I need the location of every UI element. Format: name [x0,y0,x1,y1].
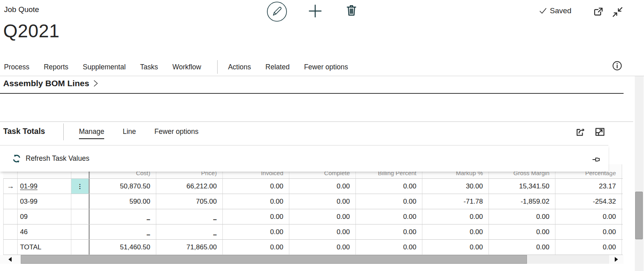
value-cell[interactable]: 0.00 [223,240,289,255]
refresh-icon [12,154,21,163]
new-button[interactable] [308,4,323,18]
value-cell[interactable]: 590.00 [90,194,156,209]
table-row[interactable]: 09––0.000.000.000.000.000.00 [3,209,623,224]
refresh-label: Refresh Task Values [26,154,89,163]
right-arrow-icon [615,257,618,262]
row-indicator [3,194,18,209]
row-menu-cell[interactable] [71,224,90,239]
value-cell[interactable]: 0.00 [356,179,422,194]
vertical-scrollbar-thumb[interactable] [635,192,643,239]
table-row[interactable]: TOTAL51,460.5071,865.000.000.000.000.000… [3,240,623,255]
value-cell[interactable]: 30.00 [422,179,489,194]
save-status: Saved [539,6,571,15]
task-number-cell[interactable]: 09 [18,209,71,224]
plus-icon [308,4,323,18]
value-cell[interactable]: 0.00 [289,224,356,239]
value-cell[interactable]: 0.00 [356,240,422,255]
value-cell[interactable]: 0.00 [422,224,489,239]
value-cell[interactable]: 51,460.50 [90,240,156,255]
tab-manage[interactable]: Manage [79,127,104,139]
table-row[interactable]: 46––0.000.000.000.000.000.00 [3,224,623,240]
menu-separator [217,60,218,74]
value-cell[interactable]: 50,870.50 [90,179,156,194]
value-cell[interactable]: 66,212.00 [156,179,223,194]
row-menu-cell[interactable] [71,240,90,255]
value-cell[interactable]: 0.00 [223,179,289,194]
value-cell[interactable]: 0.00 [223,194,289,209]
value-cell[interactable]: 0.00 [289,194,356,209]
delete-button[interactable] [344,3,359,18]
page-title: Q2021 [3,20,60,42]
check-icon [539,6,547,15]
value-cell[interactable]: 0.00 [555,209,622,224]
value-cell[interactable]: 0.00 [356,194,422,209]
value-cell[interactable]: – [156,209,223,224]
value-cell[interactable]: 0.00 [555,224,622,239]
menu-item-reports[interactable]: Reports [44,63,68,71]
menu-item-actions[interactable]: Actions [228,63,251,71]
value-cell[interactable]: 23.17 [555,179,622,194]
page-info-button[interactable] [612,60,623,71]
grid-toolbar: Refresh Task Values [0,145,608,172]
tab-fewer-options[interactable]: Fewer options [154,127,198,139]
value-cell[interactable]: 0.00 [422,240,489,255]
value-cell[interactable]: 0.00 [489,209,555,224]
focus-mode-button[interactable] [594,125,606,138]
value-cell[interactable]: – [90,209,156,224]
chevron-right-icon [93,79,99,88]
value-cell[interactable]: 705.00 [156,194,223,209]
open-in-new-window-button[interactable] [592,6,604,18]
task-number-cell[interactable]: 03-99 [18,194,71,209]
value-cell[interactable]: 0.00 [223,224,289,239]
collapse-window-button[interactable] [612,6,624,18]
horizontal-scrollbar-thumb[interactable] [21,255,527,264]
value-cell[interactable]: 0.00 [289,240,356,255]
task-number-cell[interactable]: 46 [18,224,71,239]
value-cell[interactable]: -71.78 [422,194,489,209]
expand-icon [594,125,606,138]
value-cell[interactable]: -254.32 [555,194,622,209]
assembly-bom-lines-header[interactable]: Assembly BOM Lines [3,79,99,88]
tab-line[interactable]: Line [123,127,136,139]
value-cell[interactable]: 0.00 [489,224,555,239]
task-totals-title: Task Totals [3,127,45,136]
value-cell[interactable]: 0.00 [289,209,356,224]
scroll-left-button[interactable] [0,255,20,264]
vertical-scrollbar[interactable] [635,76,644,271]
task-number-cell[interactable]: TOTAL [18,240,71,255]
task-totals-divider [0,121,633,122]
value-cell[interactable]: -1,859.02 [489,194,555,209]
value-cell[interactable]: 71,865.00 [156,240,223,255]
value-cell[interactable]: – [156,224,223,239]
edit-button[interactable] [266,1,288,22]
row-menu-cell[interactable] [71,194,90,209]
menu-item-fewer-options[interactable]: Fewer options [304,63,348,71]
pin-toolbar-button[interactable] [592,154,602,165]
menu-item-tasks[interactable]: Tasks [140,63,158,71]
menu-item-supplemental[interactable]: Supplemental [83,63,126,71]
menu-item-workflow[interactable]: Workflow [172,63,201,71]
value-cell[interactable]: 0.00 [422,209,489,224]
menu-item-process[interactable]: Process [4,63,29,71]
task-totals-separator [63,123,64,140]
value-cell[interactable]: 0.00 [356,209,422,224]
section-underline [0,93,624,94]
share-button[interactable] [574,125,587,138]
task-number-cell[interactable]: 01-99 [18,179,71,194]
value-cell[interactable]: 0.00 [223,209,289,224]
table-row[interactable]: 03-99590.00705.000.000.000.00-71.78-1,85… [3,194,623,209]
menu-item-related[interactable]: Related [265,63,289,71]
value-cell[interactable]: 0.00 [555,240,622,255]
horizontal-scrollbar[interactable] [0,255,624,264]
value-cell[interactable]: 15,341.50 [489,179,555,194]
row-menu-cell[interactable]: ⋮ [71,179,90,194]
trash-icon [344,3,359,18]
value-cell[interactable]: 0.00 [356,224,422,239]
scroll-right-button[interactable] [609,255,624,264]
value-cell[interactable]: – [90,224,156,239]
refresh-task-values-button[interactable]: Refresh Task Values [12,154,89,163]
value-cell[interactable]: 0.00 [289,179,356,194]
value-cell[interactable]: 0.00 [489,240,555,255]
row-menu-cell[interactable] [71,209,90,224]
table-row[interactable]: →01-99⋮50,870.5066,212.000.000.000.0030.… [3,179,623,194]
